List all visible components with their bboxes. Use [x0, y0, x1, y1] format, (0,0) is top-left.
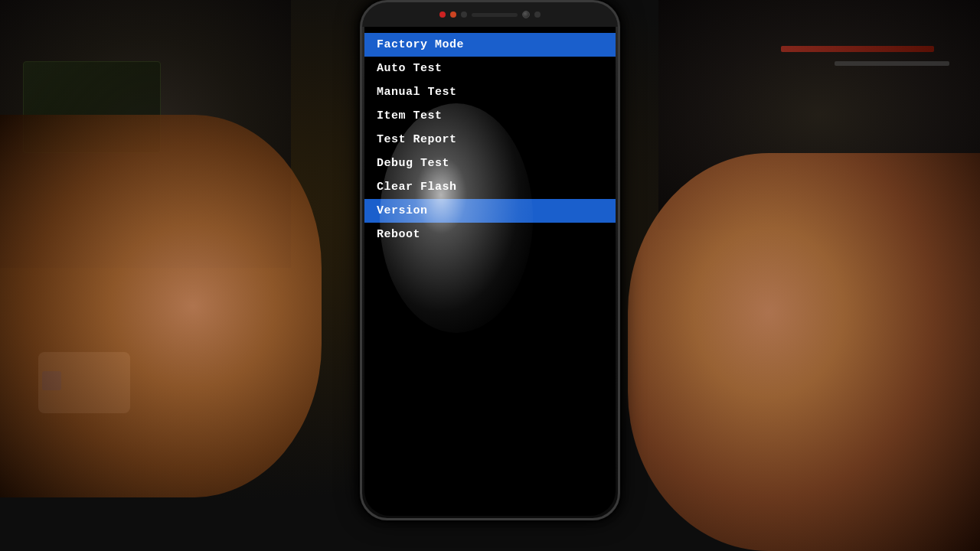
power-button[interactable]	[618, 94, 620, 117]
phone-screen: Factory Mode Auto Test Manual Test Item …	[364, 27, 616, 516]
menu-item-debug-test[interactable]: Debug Test	[364, 152, 616, 175]
menu-item-reboot[interactable]: Reboot	[364, 223, 616, 246]
phone-frame: Factory Mode Auto Test Manual Test Item …	[360, 0, 620, 520]
right-hand	[628, 153, 980, 551]
menu-item-item-test[interactable]: Item Test	[364, 104, 616, 128]
speaker-bar	[472, 13, 518, 17]
menu-item-manual-test[interactable]: Manual Test	[364, 80, 616, 104]
left-hand	[0, 115, 322, 497]
menu-item-clear-flash[interactable]: Clear Flash	[364, 175, 616, 199]
dot-red	[439, 11, 446, 18]
cable-item	[781, 46, 934, 52]
front-camera	[522, 11, 530, 18]
volume-button-left[interactable]	[360, 109, 362, 155]
menu-item-version[interactable]: Version	[364, 199, 616, 223]
menu-item-auto-test[interactable]: Auto Test	[364, 57, 616, 80]
tool-item	[835, 61, 949, 66]
dot-dark	[461, 11, 467, 18]
phone-top-bar	[362, 2, 618, 27]
menu-item-test-report[interactable]: Test Report	[364, 128, 616, 152]
dot-orange	[450, 11, 456, 18]
volume-button-right[interactable]	[618, 140, 620, 178]
factory-menu: Factory Mode Auto Test Manual Test Item …	[364, 27, 616, 253]
menu-item-factory-mode[interactable]: Factory Mode	[364, 33, 616, 57]
dot-sensor	[534, 11, 541, 18]
